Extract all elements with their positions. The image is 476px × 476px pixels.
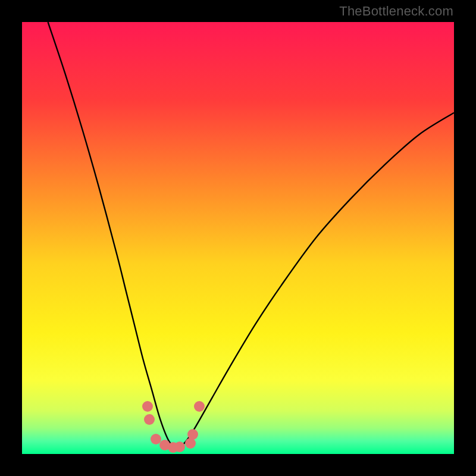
chart-scatter-dots [22,22,454,454]
scatter-dot [144,414,155,425]
watermark-text: TheBottleneck.com [339,4,453,19]
scatter-dot [187,429,198,440]
scatter-dot [174,441,185,452]
scatter-dot [194,401,205,412]
scatter-dot [142,401,153,412]
chart-plot-area [22,22,454,454]
